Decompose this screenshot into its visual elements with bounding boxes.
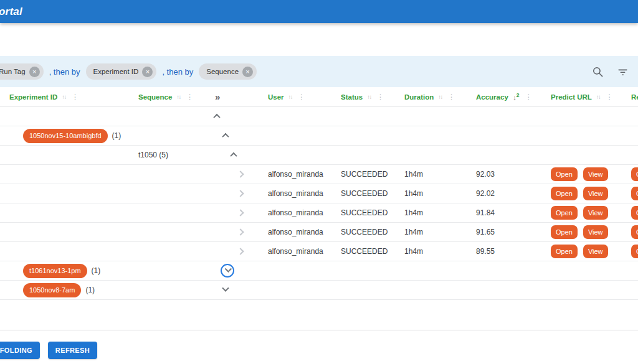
filter-chip-run-tag[interactable]: Run Tag × bbox=[0, 63, 44, 80]
group-count: (1) bbox=[112, 131, 121, 140]
row-expand-icon[interactable] bbox=[237, 170, 244, 177]
column-label: Accuracy bbox=[476, 93, 508, 101]
row-expand-icon[interactable] bbox=[237, 248, 244, 254]
collapse-chevron-icon[interactable] bbox=[230, 152, 237, 159]
table-row[interactable]: alfonso_mirandaSUCCEEDED1h4m92.02OpenVie… bbox=[0, 184, 638, 203]
header-cell-accuracy[interactable]: Accuracy↓2⋮ bbox=[472, 92, 548, 102]
open-button[interactable]: Open bbox=[551, 167, 578, 181]
status-value: SUCCEEDED bbox=[341, 247, 388, 256]
row-expand-icon[interactable] bbox=[237, 190, 244, 197]
filter-icon[interactable] bbox=[616, 65, 629, 78]
cell-expander bbox=[212, 133, 267, 138]
search-icon[interactable] bbox=[591, 65, 604, 78]
open-button[interactable]: Open bbox=[631, 167, 638, 181]
sort-icon[interactable]: ↑↓ bbox=[596, 93, 601, 100]
folding-button[interactable]: FOLDING bbox=[0, 342, 40, 359]
open-button[interactable]: Open bbox=[631, 206, 638, 220]
sort-icon[interactable]: ↑↓ bbox=[62, 93, 66, 100]
table: Experiment ID↑↓⋮Sequence↑↓⋮»User↑↓⋮Statu… bbox=[0, 87, 638, 300]
cell-user: alfonso_miranda bbox=[267, 189, 340, 198]
cell-accuracy: 92.02 bbox=[472, 189, 548, 198]
header-cell-duration[interactable]: Duration↑↓⋮ bbox=[403, 93, 472, 101]
group-row[interactable]: t1061nov13-1pm(1) bbox=[0, 261, 638, 281]
open-button[interactable]: Open bbox=[551, 225, 578, 239]
cell-r: Open bbox=[629, 245, 638, 258]
column-menu-icon[interactable]: ⋮ bbox=[72, 93, 79, 101]
filter-chip-experiment-id[interactable]: Experiment ID × bbox=[86, 63, 157, 80]
header-cell-predict_url[interactable]: Predict URL↑↓⋮ bbox=[548, 93, 629, 101]
cell-r: Open bbox=[629, 206, 638, 220]
cell-user: alfonso_miranda bbox=[267, 208, 340, 217]
row-expand-icon[interactable] bbox=[237, 209, 244, 216]
column-menu-icon[interactable]: ⋮ bbox=[525, 93, 533, 101]
view-button[interactable]: View bbox=[583, 225, 608, 239]
open-button[interactable]: Open bbox=[631, 225, 638, 239]
filter-chip-sequence[interactable]: Sequence × bbox=[199, 63, 257, 80]
table-row[interactable]: alfonso_mirandaSUCCEEDED1h4m91.65OpenVie… bbox=[0, 223, 638, 242]
column-menu-icon[interactable]: ⋮ bbox=[298, 93, 305, 101]
group-row[interactable]: 1050nov15-10ambigbfd(1) bbox=[0, 126, 638, 146]
app-bar: ortal bbox=[0, 0, 638, 23]
cell-predict_url: OpenView bbox=[548, 206, 629, 220]
open-button[interactable]: Open bbox=[631, 187, 638, 200]
table-row[interactable]: alfonso_mirandaSUCCEEDED1h4m89.55OpenVie… bbox=[0, 242, 638, 261]
cell-predict_url: OpenView bbox=[548, 225, 629, 239]
header-cell-experiment_id[interactable]: Experiment ID↑↓⋮ bbox=[0, 93, 134, 101]
table-row[interactable]: alfonso_mirandaSUCCEEDED1h4m91.84OpenVie… bbox=[0, 203, 638, 223]
group-value-chip[interactable]: t1061nov13-1pm bbox=[23, 264, 87, 278]
column-menu-icon[interactable]: ⋮ bbox=[448, 93, 455, 101]
header-cell-user[interactable]: User↑↓⋮ bbox=[267, 93, 340, 101]
group-row[interactable]: t1050 (5) bbox=[0, 146, 638, 165]
column-label: Duration bbox=[404, 93, 434, 101]
cell-accuracy: 91.84 bbox=[472, 208, 548, 217]
collapse-chevron-icon[interactable] bbox=[222, 133, 229, 140]
open-button[interactable]: Open bbox=[631, 245, 638, 258]
sort-icon[interactable]: ↑↓ bbox=[176, 93, 181, 100]
collapse-chevron-icon[interactable] bbox=[213, 114, 220, 121]
chip-remove-icon[interactable]: × bbox=[142, 67, 153, 77]
group-row[interactable] bbox=[0, 107, 638, 126]
column-menu-icon[interactable]: ⋮ bbox=[606, 93, 613, 101]
page: ortal Run Tag × , then by Experiment ID … bbox=[0, 0, 638, 364]
cell-expander bbox=[212, 249, 267, 254]
header-cell-status[interactable]: Status↑↓⋮ bbox=[340, 93, 403, 101]
view-button[interactable]: View bbox=[583, 245, 608, 258]
cell-status: SUCCEEDED bbox=[340, 170, 403, 179]
header-cell-r[interactable]: Re bbox=[629, 93, 638, 101]
focused-expand-button[interactable] bbox=[221, 264, 234, 278]
chip-remove-icon[interactable]: × bbox=[242, 67, 253, 77]
open-button[interactable]: Open bbox=[551, 206, 578, 220]
sort-icon[interactable]: ↑↓ bbox=[367, 93, 371, 100]
column-menu-icon[interactable]: ⋮ bbox=[186, 93, 194, 101]
table-row[interactable]: alfonso_mirandaSUCCEEDED1h4m92.03OpenVie… bbox=[0, 165, 638, 184]
open-button[interactable]: Open bbox=[551, 245, 578, 258]
user-value: alfonso_miranda bbox=[268, 228, 323, 236]
header-cell-expander[interactable]: » bbox=[212, 91, 267, 102]
refresh-button[interactable]: REFRESH bbox=[48, 342, 97, 359]
row-expand-icon[interactable] bbox=[237, 228, 244, 235]
cell-duration: 1h4m bbox=[403, 189, 472, 198]
sort-icon[interactable]: ↑↓ bbox=[438, 93, 442, 100]
expand-chevron-icon[interactable] bbox=[222, 285, 229, 292]
sort-icon[interactable]: ↑↓ bbox=[288, 93, 293, 100]
status-value: SUCCEEDED bbox=[341, 228, 388, 236]
view-button[interactable]: View bbox=[583, 167, 608, 181]
duration-value: 1h4m bbox=[404, 247, 423, 256]
status-value: SUCCEEDED bbox=[341, 170, 388, 179]
view-button[interactable]: View bbox=[583, 187, 608, 200]
duration-value: 1h4m bbox=[404, 208, 423, 217]
filter-bar: Run Tag × , then by Experiment ID × , th… bbox=[0, 56, 638, 87]
open-button[interactable]: Open bbox=[551, 187, 578, 200]
view-button[interactable]: View bbox=[583, 206, 608, 220]
collapse-all-icon[interactable]: » bbox=[212, 91, 220, 102]
group-value-chip[interactable]: 1050nov8-7am bbox=[23, 283, 81, 297]
expand-chevron-icon[interactable] bbox=[225, 266, 232, 273]
header-cell-sequence[interactable]: Sequence↑↓⋮ bbox=[134, 93, 212, 101]
group-value-chip[interactable]: 1050nov15-10ambigbfd bbox=[23, 129, 108, 143]
cell-experiment_id: 1050nov8-7am(1) bbox=[0, 283, 134, 297]
cell-expander bbox=[212, 287, 267, 292]
chip-remove-icon[interactable]: × bbox=[29, 67, 40, 77]
column-menu-icon[interactable]: ⋮ bbox=[377, 93, 384, 101]
group-row[interactable]: 1050nov8-7am(1) bbox=[0, 281, 638, 300]
sort-desc-icon[interactable]: ↓2 bbox=[513, 92, 520, 102]
